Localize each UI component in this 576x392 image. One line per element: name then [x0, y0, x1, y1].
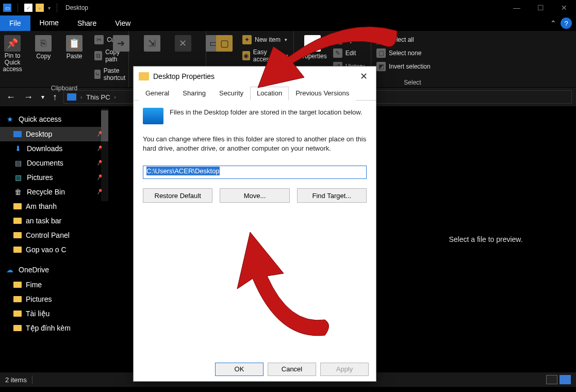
paste-shortcut-button[interactable]: ⤷Paste shortcut — [94, 66, 129, 83]
select-all-button[interactable]: ▦Select all — [376, 34, 431, 45]
invert-selection-icon: ◩ — [376, 62, 386, 71]
delete-icon: ✕ — [175, 35, 191, 52]
dialog-title-bar: Desktop Properties ✕ — [134, 67, 376, 86]
chevron-icon: › — [80, 94, 82, 100]
view-tab[interactable]: View — [106, 15, 140, 31]
forward-button[interactable]: → — [22, 92, 35, 103]
share-tab[interactable]: Share — [68, 15, 106, 31]
select-none-button[interactable]: ▢Select none — [376, 47, 431, 59]
copy-to-button[interactable]: ⇲ — [139, 34, 165, 53]
folder-icon — [13, 311, 22, 317]
sidebar-item-folder[interactable]: Tài liệu — [0, 306, 108, 321]
separator — [18, 3, 18, 12]
sidebar-item-folder[interactable]: Fime — [0, 277, 108, 292]
tab-previous-versions[interactable]: Previous Versions — [289, 87, 356, 101]
onedrive-header[interactable]: ☁ OneDrive — [0, 262, 108, 277]
apply-button[interactable]: Apply — [320, 363, 369, 376]
file-menu[interactable]: File — [0, 15, 30, 31]
home-tab[interactable]: Home — [30, 15, 68, 31]
recent-dropdown[interactable]: ▾ — [39, 93, 46, 101]
star-icon: ★ — [5, 115, 14, 124]
copy-path-icon: ⧉ — [94, 51, 102, 60]
sidebar-item-folder[interactable]: an task bar — [0, 214, 108, 228]
folder-icon — [13, 296, 22, 302]
folder-icon — [13, 282, 22, 288]
sidebar-item-pictures[interactable]: ▧Pictures📍 — [0, 170, 108, 185]
paste-shortcut-icon: ⤷ — [94, 70, 101, 79]
easy-access-button[interactable]: ◉Easy access▾ — [242, 47, 288, 64]
dialog-close-button[interactable]: ✕ — [357, 71, 371, 82]
chevron-icon: › — [114, 94, 116, 100]
select-all-icon: ▦ — [376, 35, 386, 44]
breadcrumb-item[interactable]: This PC — [86, 93, 110, 101]
paste-button[interactable]: 📋 Paste — [61, 34, 87, 61]
preview-placeholder: Select a file to preview. — [449, 235, 522, 243]
new-item-button[interactable]: ✦New item▾ — [242, 34, 288, 45]
item-count: 2 items — [5, 376, 27, 384]
sidebar-scrollbar[interactable] — [101, 108, 108, 201]
ok-button[interactable]: OK — [215, 363, 264, 376]
properties-button[interactable]: ✔ Properties — [298, 34, 328, 61]
documents-icon: ▤ — [13, 158, 23, 168]
restore-default-button[interactable]: Restore Default — [143, 188, 212, 203]
tab-location[interactable]: Location — [250, 87, 289, 101]
move-to-button[interactable]: ➔ — [108, 34, 134, 53]
help-button[interactable]: ? — [561, 18, 572, 29]
up-button[interactable]: ↑ — [51, 92, 59, 103]
sidebar-item-folder[interactable]: Tệp đính kèm — [0, 321, 108, 335]
sidebar-item-folder[interactable]: Pictures — [0, 292, 108, 306]
dialog-description-2: You can change where files in this folde… — [143, 135, 367, 153]
sidebar-item-downloads[interactable]: ⬇Downloads📍 — [0, 141, 108, 156]
dialog-footer: OK Cancel Apply — [134, 356, 376, 381]
desktop-icon — [143, 108, 163, 124]
tab-sharing[interactable]: Sharing — [176, 87, 212, 101]
folder-icon — [13, 203, 22, 209]
qat-newfolder-icon[interactable]: ▸ — [36, 4, 44, 12]
pictures-icon: ▧ — [13, 173, 23, 182]
location-path-input[interactable]: C:\Users\ACER\Desktop — [143, 166, 367, 179]
sidebar-item-folder[interactable]: Gop vao o C — [0, 242, 108, 257]
onedrive-icon: ☁ — [5, 265, 14, 274]
desktop-icon — [13, 131, 22, 137]
easy-access-icon: ◉ — [242, 51, 250, 60]
title-bar: ▭ ✔ ▸ ▾ Desktop — ☐ ✕ — [0, 0, 576, 15]
open-button[interactable]: ▤Open▾ — [333, 34, 367, 45]
copy-button[interactable]: ⎘ Copy — [30, 34, 56, 61]
sidebar-item-recycle[interactable]: 🗑Recycle Bin📍 — [0, 185, 108, 199]
large-icons-view-button[interactable] — [559, 375, 571, 384]
explorer-icon: ▭ — [3, 4, 11, 12]
edit-button[interactable]: ✎Edit — [333, 47, 367, 59]
dialog-description-1: Files in the Desktop folder are stored i… — [170, 108, 363, 117]
pin-to-quick-access-button[interactable]: 📌 Pin to Quick access — [0, 34, 25, 74]
sidebar-item-folder[interactable]: Am thanh — [0, 199, 108, 214]
quick-access-header[interactable]: ★ Quick access — [0, 111, 108, 127]
invert-selection-button[interactable]: ◩Invert selection — [376, 61, 431, 72]
menu-bar: File Home Share View ⌃ ? — [0, 15, 576, 31]
cancel-button[interactable]: Cancel — [268, 363, 316, 376]
close-button[interactable]: ✕ — [552, 0, 576, 15]
qat-properties-icon[interactable]: ✔ — [24, 4, 32, 12]
open-icon: ▤ — [333, 35, 342, 44]
folder-icon — [13, 218, 22, 224]
delete-button[interactable]: ✕ — [170, 34, 196, 53]
minimize-button[interactable]: — — [505, 0, 529, 15]
folder-icon — [139, 72, 149, 80]
sidebar-item-folder[interactable]: Control Panel — [0, 228, 108, 242]
path-value: C:\Users\ACER\Desktop — [146, 167, 220, 175]
back-button[interactable]: ← — [4, 92, 18, 103]
details-view-button[interactable] — [546, 375, 557, 384]
pin-icon: 📌 — [4, 35, 21, 52]
separator — [32, 375, 32, 384]
sidebar-item-documents[interactable]: ▤Documents📍 — [0, 156, 108, 170]
new-folder-button[interactable]: ▢ — [211, 34, 237, 53]
sidebar-item-desktop[interactable]: Desktop📍 — [0, 127, 108, 141]
find-target-button[interactable]: Find Target... — [297, 188, 367, 203]
qat-dropdown-icon[interactable]: ▾ — [48, 5, 51, 11]
move-button[interactable]: Move... — [220, 188, 289, 203]
recycle-icon: 🗑 — [13, 187, 23, 197]
minimize-ribbon-icon[interactable]: ⌃ — [550, 19, 556, 27]
tab-general[interactable]: General — [139, 87, 176, 101]
tab-security[interactable]: Security — [212, 87, 250, 101]
edit-icon: ✎ — [333, 48, 342, 58]
maximize-button[interactable]: ☐ — [529, 0, 552, 15]
